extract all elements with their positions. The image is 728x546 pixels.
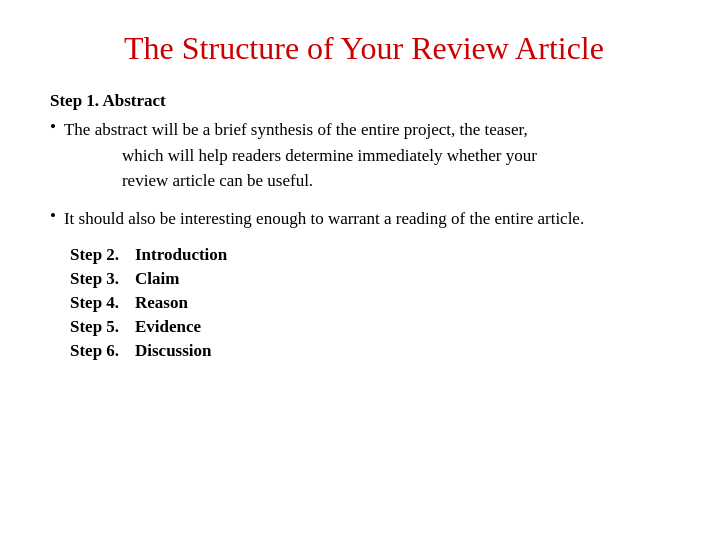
step-name-4: Reason <box>135 293 188 313</box>
bullet-1-line3: review article can be useful. <box>122 168 537 194</box>
step-item-6: Step 6.Discussion <box>70 341 678 361</box>
bullet-1: • The abstract will be a brief synthesis… <box>50 117 678 194</box>
step-name-2: Introduction <box>135 245 227 265</box>
step-item-4: Step 4.Reason <box>70 293 678 313</box>
step-item-3: Step 3.Claim <box>70 269 678 289</box>
bullet-symbol-2: • <box>50 206 56 226</box>
bullet-1-line1: The abstract will be a brief synthesis o… <box>64 117 537 143</box>
bullet-2-text: It should also be interesting enough to … <box>64 206 584 232</box>
bullet-1-line2: which will help readers determine immedi… <box>122 143 537 169</box>
step-name-3: Claim <box>135 269 179 289</box>
bullet-2: • It should also be interesting enough t… <box>50 206 678 232</box>
step-number-4: Step 4. <box>70 293 135 313</box>
slide: The Structure of Your Review Article Ste… <box>0 0 728 546</box>
step1-label: Step 1. Abstract <box>50 91 678 111</box>
step-number-5: Step 5. <box>70 317 135 337</box>
step-number-3: Step 3. <box>70 269 135 289</box>
step-number-2: Step 2. <box>70 245 135 265</box>
content-area: Step 1. Abstract • The abstract will be … <box>50 91 678 361</box>
step-name-6: Discussion <box>135 341 212 361</box>
step-name-5: Evidence <box>135 317 201 337</box>
slide-title: The Structure of Your Review Article <box>50 30 678 67</box>
bullet-symbol-1: • <box>50 117 56 137</box>
bullet-1-text: The abstract will be a brief synthesis o… <box>64 117 537 194</box>
step-item-5: Step 5.Evidence <box>70 317 678 337</box>
step-number-6: Step 6. <box>70 341 135 361</box>
step-item-2: Step 2.Introduction <box>70 245 678 265</box>
steps-list: Step 2.IntroductionStep 3.ClaimStep 4.Re… <box>50 245 678 361</box>
